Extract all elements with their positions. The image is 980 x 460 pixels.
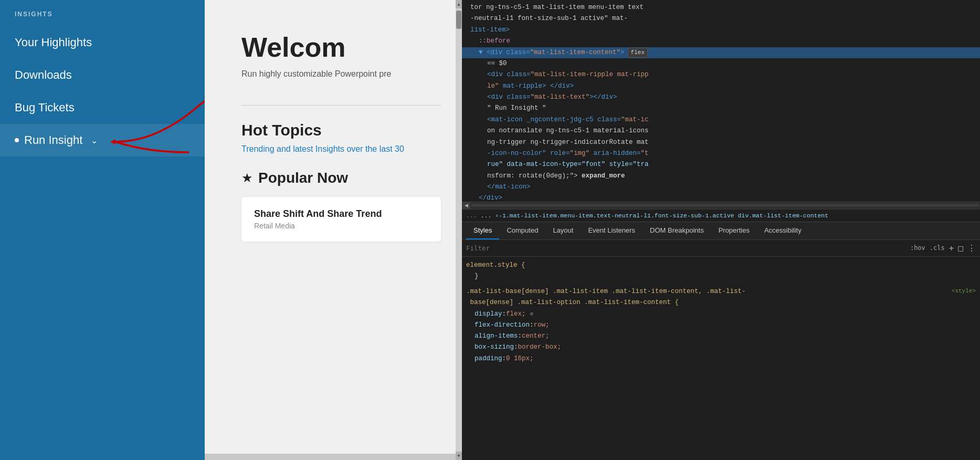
code-line: ng-trigger ng-trigger-indicatorRotate ma… [462,137,980,148]
sidebar-item-label: Your Highlights [15,36,92,49]
star-icon: ★ [241,171,253,185]
popular-now-row: ★ Popular Now [241,170,441,186]
insight-card[interactable]: Share Shift And Share Trend Retail Media [241,197,441,242]
popular-now-title: Popular Now [258,170,348,186]
sidebar-item-label: Bug Tickets [15,101,75,114]
scroll-up-arrow[interactable]: ▲ [456,0,462,8]
sidebar: INSIGHTS Your Highlights Downloads Bug T… [0,0,205,460]
horizontal-scrollbar[interactable] [205,454,456,460]
devtools-tabs: Styles Computed Layout Event Listeners D… [462,222,980,240]
new-style-sheet[interactable]: □ [958,243,963,253]
welcome-subtitle: Run highly customizable Powerpoint pre [241,69,441,79]
style-property: box-sizing: border-box; [475,342,976,353]
sidebar-item-label: Downloads [15,68,72,82]
main-scrollbar[interactable]: ▲ ▼ [456,0,462,460]
sidebar-item-run-insight[interactable]: Run Insight ⌄ [0,124,205,156]
tab-accessibility[interactable]: Accessibility [757,222,809,239]
active-bullet-icon [15,138,19,142]
card-title: Share Shift And Share Trend [254,208,428,219]
tab-properties[interactable]: Properties [711,222,757,239]
style-property: padding: 0 16px; [475,353,976,364]
style-property: align-items: center; [475,331,976,342]
code-line: <div class="mat-list-item-ripple mat-rip… [462,69,980,80]
main-content: Welcom Run highly customizable Powerpoin… [205,0,462,460]
devtools-panel: tor ng-tns-c5-1 mat-list-item menu-item … [462,0,980,460]
mat-list-style-rule: .mat-list-base[dense] .mat-list-item .ma… [466,286,976,364]
card-subtitle: Retail Media [254,222,428,230]
cls-toggle[interactable]: .cls [930,244,945,252]
filter-actions: :hov .cls + □ ⋮ [910,243,976,253]
devtools-breadcrumb: ... ... ›-1.mat-list-item.menu-item.text… [462,209,980,222]
flex-grid-icon: ■ [530,309,534,319]
hot-topics-title: Hot Topics [241,121,441,139]
chevron-down-icon: ⌄ [91,135,98,145]
h-scroll-track[interactable] [471,204,979,207]
add-style-rule[interactable]: + [949,243,954,253]
tab-dom-breakpoints[interactable]: DOM Breakpoints [642,222,711,239]
code-line: nsform: rotate(0deg);"> expand_more [462,171,980,182]
style-property: flex-direction: row; [475,320,976,331]
breadcrumb-end[interactable]: div.mat-list-item-content [738,212,829,219]
code-line: list-item> [462,25,980,36]
code-line: on notranslate ng-tns-c5-1 material-icon… [462,126,980,137]
welcome-title: Welcom [241,32,441,63]
sidebar-item-bug-tickets[interactable]: Bug Tickets [0,91,205,124]
scroll-down-arrow[interactable]: ▼ [456,452,462,460]
devtools-h-scrollbar[interactable]: ◀ [462,202,980,209]
code-line: </div> [462,193,980,201]
sidebar-label: INSIGHTS [0,11,205,26]
main-inner: Welcom Run highly customizable Powerpoin… [205,0,462,263]
code-line: </mat-icon> [462,182,980,193]
tab-computed[interactable]: Computed [499,222,545,239]
code-line: <mat-icon _ngcontent-jdg-c5 class="mat-i… [462,114,980,126]
devtools-code-area: tor ng-tns-c5-1 mat-list-item menu-item … [462,0,980,202]
tab-event-listeners[interactable]: Event Listeners [581,222,642,239]
code-line: ::before [462,36,980,47]
more-options[interactable]: ⋮ [967,243,976,253]
style-property: display: flex; ■ [475,309,976,320]
code-line: -neutral-l1 font-size-sub-1 active" mat- [462,13,980,24]
devtools-filter-bar: :hov .cls + □ ⋮ [462,240,980,257]
code-line-selected: ▼ <div class="mat-list-item-content"> fl… [462,47,980,58]
filter-input[interactable] [466,244,554,252]
sidebar-item-highlights[interactable]: Your Highlights [0,26,205,59]
hot-topics-subtitle: Trending and latest Insights over the la… [241,144,441,154]
element-style-rule: element.style { } [466,260,976,283]
devtools-styles-content: element.style { } .mat-list-base[dense] … [462,257,980,461]
code-line: " Run Insight " [462,103,980,114]
section-divider [241,105,441,106]
code-line: == $0 [462,58,980,69]
tab-styles[interactable]: Styles [466,222,499,239]
tab-layout[interactable]: Layout [545,222,581,239]
code-line: tor ng-tns-c5-1 mat-list-item menu-item … [462,2,980,13]
code-line: -icon-no-color" role="img" aria-hidden="… [462,148,980,159]
code-line: le" mat-ripple> </div> [462,81,980,92]
scroll-thumb[interactable] [456,11,461,29]
code-line: <div class="mat-list-text"></div> [462,92,980,103]
sidebar-item-label: Run Insight [24,133,82,147]
h-scroll-left[interactable]: ◀ [462,202,470,209]
flex-badge: flex [628,48,648,58]
breadcrumb-selector[interactable]: ... ›-1.mat-list-item.menu-item.text-neu… [481,212,734,219]
pseudo-class-toggle[interactable]: :hov [910,244,925,252]
code-line: rue" data-mat-icon-type="font" style="tr… [462,159,980,170]
sidebar-item-downloads[interactable]: Downloads [0,59,205,91]
